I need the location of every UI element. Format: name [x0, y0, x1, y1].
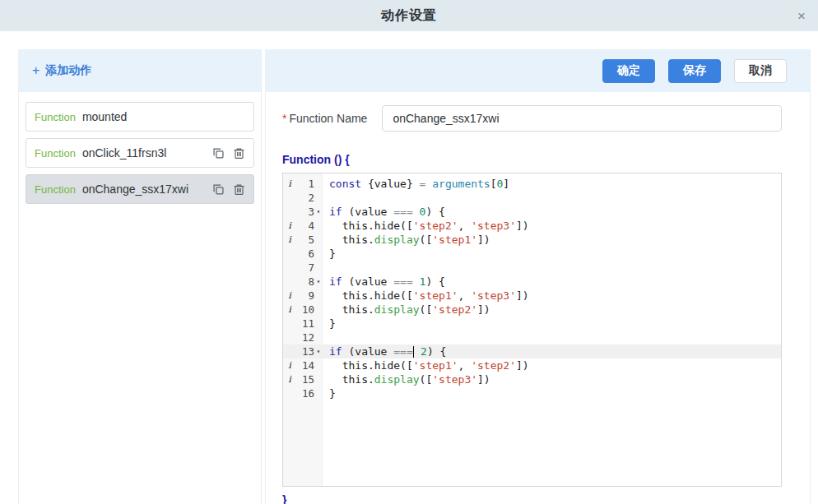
lint-info-icon: i — [283, 303, 296, 317]
code-line[interactable]: i15 this.display(['step3']) — [283, 372, 781, 386]
code-text — [323, 261, 329, 275]
copy-icon[interactable] — [212, 183, 225, 196]
code-line[interactable]: 11} — [283, 317, 781, 331]
plus-icon: + — [32, 64, 40, 77]
code-line[interactable]: 16} — [283, 386, 781, 400]
editor-toolbar: 确定 保存 取消 — [266, 49, 810, 92]
lint-info-icon: i — [283, 289, 296, 303]
trash-icon[interactable] — [233, 183, 245, 196]
code-text: this.hide(['step1', 'step2']) — [323, 358, 529, 372]
item-actions — [212, 183, 245, 196]
add-action-label: 添加动作 — [45, 63, 91, 78]
code-line[interactable]: 3▾if (value === 0) { — [283, 205, 781, 219]
editor-lines: i1const {value} = arguments[0]23▾if (val… — [283, 173, 781, 400]
line-number: 1 — [296, 177, 314, 191]
function-item-name: onChange_ssx17xwi — [82, 183, 207, 196]
line-number: 3 — [296, 205, 314, 219]
copy-icon[interactable] — [212, 147, 225, 160]
function-type-label: Function — [35, 183, 76, 196]
modal-title: 动作设置 — [381, 7, 437, 25]
line-number: 14 — [296, 358, 314, 372]
gutter-spacer — [283, 261, 296, 275]
cancel-button[interactable]: 取消 — [734, 59, 787, 83]
fold-spacer — [314, 247, 323, 261]
line-number: 16 — [296, 386, 314, 400]
function-type-label: Function — [35, 147, 76, 160]
function-name-field: *Function Name — [282, 105, 782, 132]
line-number: 8 — [296, 275, 314, 289]
lint-info-icon: i — [283, 219, 296, 233]
function-list: FunctionmountedFunctiononClick_11frsn3lF… — [19, 92, 261, 204]
item-actions — [212, 147, 245, 160]
line-number: 7 — [296, 261, 314, 275]
fold-spacer — [314, 177, 323, 191]
function-item-name: mounted — [82, 110, 245, 123]
fold-arrow-icon[interactable]: ▾ — [314, 275, 323, 289]
required-asterisk: * — [282, 112, 286, 125]
fold-spacer — [314, 317, 323, 331]
editor-content: *Function Name Function () { i1const {va… — [266, 92, 810, 504]
code-text: this.hide(['step1', 'step3']) — [323, 289, 529, 303]
line-number: 4 — [296, 219, 314, 233]
line-number: 12 — [296, 331, 314, 344]
code-line[interactable]: 2 — [283, 191, 781, 205]
trash-icon[interactable] — [233, 147, 245, 160]
code-text: if (value === 2) { — [323, 344, 446, 358]
gutter-spacer — [283, 275, 296, 289]
add-action-button[interactable]: + 添加动作 — [32, 63, 91, 78]
code-text: const {value} = arguments[0] — [323, 177, 509, 191]
lint-info-icon: i — [283, 177, 296, 191]
fold-arrow-icon[interactable]: ▾ — [314, 344, 323, 358]
gutter-spacer — [283, 205, 296, 219]
code-text: this.display(['step1']) — [323, 233, 490, 247]
gutter-spacer — [283, 331, 296, 344]
line-number: 15 — [296, 372, 314, 386]
code-text — [323, 331, 329, 344]
code-line[interactable]: i9 this.hide(['step1', 'step3']) — [283, 289, 781, 303]
function-item-name: onClick_11frsn3l — [82, 146, 207, 160]
code-text — [323, 191, 329, 205]
code-line[interactable]: 12 — [283, 331, 781, 344]
modal-header: 动作设置 × — [0, 0, 818, 31]
code-line[interactable]: i1const {value} = arguments[0] — [283, 177, 781, 191]
function-name-label-text: Function Name — [289, 112, 367, 125]
line-number: 2 — [296, 191, 314, 205]
confirm-button[interactable]: 确定 — [602, 59, 655, 83]
gutter-spacer — [283, 247, 296, 261]
code-line[interactable]: i14 this.hide(['step1', 'step2']) — [283, 358, 781, 372]
save-button[interactable]: 保存 — [668, 59, 721, 83]
code-line[interactable]: i5 this.display(['step1']) — [283, 233, 781, 247]
function-list-item[interactable]: FunctiononChange_ssx17xwi — [26, 174, 254, 204]
fold-spacer — [314, 372, 323, 386]
function-list-item[interactable]: FunctiononClick_11frsn3l — [26, 138, 254, 168]
fold-spacer — [314, 331, 323, 344]
gutter-spacer — [283, 344, 296, 358]
function-name-input[interactable] — [382, 105, 782, 132]
close-icon[interactable]: × — [797, 9, 806, 23]
line-number: 11 — [296, 317, 314, 331]
code-line[interactable]: 8▾if (value === 1) { — [283, 275, 781, 289]
fold-arrow-icon[interactable]: ▾ — [314, 205, 323, 219]
function-type-label: Function — [35, 111, 76, 123]
code-text: this.display(['step3']) — [323, 372, 490, 386]
lint-info-icon: i — [283, 358, 296, 372]
code-line[interactable]: i4 this.hide(['step2', 'step3']) — [283, 219, 781, 233]
fold-spacer — [314, 191, 323, 205]
code-text: if (value === 1) { — [323, 275, 445, 289]
code-text: if (value === 0) { — [323, 205, 445, 219]
code-line[interactable]: 6} — [283, 247, 781, 261]
function-signature: Function () { — [282, 153, 782, 166]
line-number: 6 — [296, 247, 314, 261]
gutter-spacer — [283, 191, 296, 205]
code-line[interactable]: i10 this.display(['step2']) — [283, 303, 781, 317]
lint-info-icon: i — [283, 372, 296, 386]
code-text: } — [323, 386, 336, 400]
code-line[interactable]: 7 — [283, 261, 781, 275]
code-text: this.display(['step2']) — [323, 303, 490, 317]
line-number: 5 — [296, 233, 314, 247]
gutter-spacer — [283, 317, 296, 331]
code-line[interactable]: 13▾if (value === 2) { — [283, 344, 781, 358]
function-list-item[interactable]: Functionmounted — [26, 102, 254, 132]
fold-spacer — [314, 303, 323, 317]
code-editor[interactable]: i1const {value} = arguments[0]23▾if (val… — [282, 173, 782, 487]
